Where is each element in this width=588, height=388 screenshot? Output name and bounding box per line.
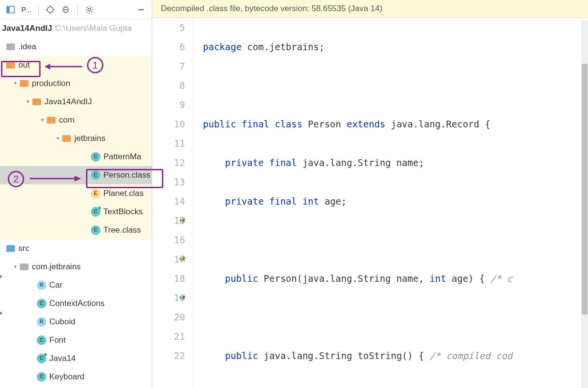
class-icon: C [91,152,100,162]
tree-label: Tree.class [103,224,141,236]
project-view-icon[interactable] [4,3,17,16]
class-icon: C [91,207,100,217]
tree-label: Person.class [103,169,150,181]
tree-label: TextBlocks [103,206,143,218]
toolbar-separator [38,4,39,15]
class-icon: C [91,170,100,180]
chevron-down-icon: ▾ [12,263,19,270]
tree-label: Java14 [49,353,76,364]
gutter-line: 6 [152,37,185,56]
folder-icon [19,79,29,88]
editor-pane: Decompiled .class file, bytecode version… [152,0,588,388]
tree-label: PatternMa [103,151,141,163]
scrollbar-thumb[interactable] [582,64,588,315]
gutter-line: 18 [152,269,185,288]
svg-text:I: I [181,219,183,223]
editor-scrollbar[interactable] [581,20,588,388]
project-tree: Java14AndIJ C:\Users\Mala Gupta .idea ou… [0,19,152,388]
collapse-all-icon[interactable] [59,3,72,16]
tree-file-planet[interactable]: E Planet.clas [0,184,152,203]
tree-label: src [18,243,29,254]
tree-file-person[interactable]: C Person.class [0,166,152,184]
project-name: Java14AndIJ [2,23,52,34]
tree-label: production [32,78,70,89]
tree-folder-jetbrains[interactable]: ▾ jetbrains [0,129,152,148]
tree-label: Java14AndIJ [44,96,92,108]
gutter-line: 16 [152,230,185,249]
tree-label: com [59,114,74,126]
tree-folder-src[interactable]: src [0,239,152,258]
gutter-line: 9 [152,95,185,114]
locate-icon[interactable] [43,3,57,16]
implements-icon[interactable]: I [179,294,186,301]
tree-file-textblocks[interactable]: C TextBlocks [0,203,152,221]
tree-label: ContextActions [49,298,104,309]
line-gutter: 5 6 7 8 9 10 11 12 13 14 15I 16 17I 18 1… [152,18,193,388]
class-icon: C [91,225,100,235]
gutter-line: 11 [152,134,185,153]
gutter-line: 5 [152,18,185,37]
tree-file-java14[interactable]: C Java14 [0,349,152,368]
chevron-down-icon: ▾ [39,116,46,124]
record-icon: R [37,317,46,327]
tree-folder-com[interactable]: ▾ com [0,111,152,129]
folder-icon [46,115,56,125]
class-icon: C [37,372,46,382]
tree-folder-idea[interactable]: .idea [0,38,152,56]
gutter-line: 8 [152,76,185,95]
folder-icon [62,134,72,143]
minimize-icon[interactable] [134,3,148,16]
toolbar-separator [77,4,78,15]
tree-label: jetbrains [74,133,105,144]
tree-label: Car [49,279,62,291]
chevron-down-icon: ▾ [54,135,62,142]
project-label[interactable]: P... [19,5,33,14]
implements-icon[interactable]: I [179,256,186,263]
tree-folder-production[interactable]: ▾ production [0,74,152,93]
tree-file-contextactions[interactable]: C ContextActions [0,294,152,313]
tree-file-car[interactable]: R Car [0,276,152,294]
class-icon: C [37,354,46,363]
gutter-line: 10 [152,114,185,134]
tree-file-tree[interactable]: C Tree.class [0,221,152,239]
tree-package-comjetbrains[interactable]: ▾ com.jetbrains [0,258,152,276]
svg-point-2 [47,7,53,13]
class-icon: C [37,299,46,308]
folder-icon [6,60,15,70]
code-content[interactable]: package com.jetbrains; public final clas… [193,18,588,388]
chevron-down-icon: ▾ [24,98,32,105]
tree-label: Cuboid [49,316,75,328]
tree-file-cuboid[interactable]: R Cuboid [0,313,152,331]
folder-icon [32,97,42,107]
tree-label: Planet.clas [103,188,143,199]
tree-label: Keyboard [49,371,85,383]
tree-label: Font [49,334,66,346]
tree-file-patternma[interactable]: C PatternMa [0,148,152,166]
tree-label: com.jetbrains [32,261,81,273]
tree-label: .idea [18,41,36,53]
class-icon: C [37,335,46,345]
gutter-line: 14 [152,192,185,211]
gear-icon[interactable] [83,3,96,16]
tree-file-font[interactable]: C Font [0,331,152,349]
tree-folder-out[interactable]: out [0,56,152,74]
record-icon: R [37,280,46,290]
code-area[interactable]: 5 6 7 8 9 10 11 12 13 14 15I 16 17I 18 1… [152,18,588,388]
tree-file-keyboard[interactable]: C Keyboard [0,368,152,386]
gutter-line: 7 [152,56,185,76]
implements-icon[interactable]: I [179,217,186,224]
gutter-line: 19I [152,288,185,307]
folder-icon [6,42,15,52]
folder-icon [6,244,15,253]
tree-folder-java14[interactable]: ▾ Java14AndIJ [0,93,152,111]
svg-rect-1 [7,6,10,13]
gutter-line: 15I [152,211,185,230]
tree-root[interactable]: Java14AndIJ C:\Users\Mala Gupta [0,19,152,38]
folder-icon [19,262,29,272]
project-sidebar: P... Java14AndIJ C:\Users\Mala Gupta [0,0,152,388]
gutter-line: 22 [152,346,185,365]
gutter-line: 13 [152,172,185,192]
gutter-line: 21 [152,327,185,346]
svg-point-8 [88,8,91,11]
gutter-line: 20 [152,307,185,327]
